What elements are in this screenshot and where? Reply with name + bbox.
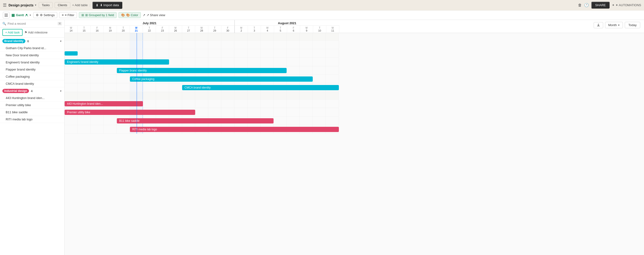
- automations-button[interactable]: ✦ ✦ AUTOMATIONS: [612, 3, 641, 7]
- add-task-button[interactable]: + Add task: [2, 29, 22, 36]
- list-item[interactable]: Coffee packaging: [0, 73, 64, 80]
- gantt-bar[interactable]: B11 bike saddle: [117, 118, 274, 124]
- history-icon[interactable]: 🕐: [584, 3, 589, 7]
- sidebar: 🔍 ⌘ + Add task ⚑ Add milestone Brand ide…: [0, 20, 64, 255]
- import-icon: ⬇: [96, 3, 98, 7]
- day-cell-14: W14: [64, 26, 78, 33]
- industrial-design-collapse-arrow: ▼: [60, 90, 62, 92]
- day-cell-11: W11: [326, 26, 339, 33]
- download-icon-button[interactable]: [594, 22, 603, 28]
- search-icon: 🔍: [2, 22, 6, 26]
- share-view-label: ↗ Share view: [146, 13, 165, 17]
- day-cell-10: T10: [313, 26, 326, 33]
- gantt-task-row: Coffee packaging: [64, 75, 339, 83]
- gantt-task-row: B11 bike saddle: [64, 116, 339, 125]
- gantt-task-row: CMCA brand identity: [64, 83, 339, 92]
- august-days-row: M2T3W4T5F6M9T10W11: [235, 26, 339, 33]
- list-item[interactable]: EngineerU brand identity: [0, 59, 64, 66]
- color-button[interactable]: 🎨 🎨 Color: [118, 12, 141, 18]
- svg-rect-1: [4, 15, 8, 16]
- list-item[interactable]: CMCA brand identity: [0, 80, 64, 87]
- day-cell-9: M9: [300, 26, 313, 33]
- separator: |: [90, 3, 90, 7]
- gantt-bar[interactable]: EngineerU brand identity: [64, 59, 169, 64]
- day-cell-5: T5: [274, 26, 287, 33]
- gantt-bar[interactable]: CMCA brand identity: [182, 85, 339, 90]
- grouped-by-button[interactable]: ⊞ ⊞ Grouped by 1 field: [79, 12, 116, 18]
- today-button[interactable]: Today: [625, 22, 640, 28]
- gantt-icon: ▦: [12, 13, 15, 17]
- august-label: August 2021: [235, 20, 339, 26]
- gantt-task-row: 443 Huntington brand iden...: [64, 100, 339, 108]
- month-button[interactable]: Month ▼: [605, 22, 623, 28]
- project-title[interactable]: Design projects ▼: [8, 3, 37, 7]
- gantt-bar[interactable]: 443 Huntington brand iden...: [64, 101, 143, 106]
- top-right-controls: 🗑 🕐 SHARE ✦ ✦ AUTOMATIONS: [578, 2, 641, 8]
- color-label: 🎨 Color: [126, 13, 138, 17]
- list-item[interactable]: New Door brand identity: [0, 52, 64, 59]
- settings-button[interactable]: ⚙ ⚙ Settings: [33, 12, 58, 18]
- day-cell-6: F6: [287, 26, 300, 33]
- brand-identity-badge: Brand identity: [2, 39, 26, 43]
- list-item[interactable]: Flapper brand identity: [0, 66, 64, 73]
- gantt-task-row: Flapper brand identity: [64, 66, 339, 75]
- day-cell-26: M26: [169, 26, 182, 33]
- gantt-bar[interactable]: [64, 51, 78, 56]
- grouped-label: ⊞ Grouped by 1 field: [85, 13, 114, 17]
- share-button[interactable]: SHARE: [591, 2, 610, 8]
- gantt-task-row: [64, 49, 339, 58]
- top-bar: ☰ Design projects ▼ Tasks Clients + Add …: [0, 0, 644, 10]
- gantt-user-icon: [25, 14, 28, 16]
- gantt-bar[interactable]: RITI media lab logo: [130, 127, 339, 132]
- gantt-bar[interactable]: Premier utility bike: [64, 110, 195, 115]
- clients-tab[interactable]: Clients: [54, 2, 70, 8]
- day-cell-30: F30: [221, 26, 234, 33]
- july-label: July 2021: [64, 20, 234, 26]
- search-input[interactable]: [8, 22, 56, 26]
- add-table-button[interactable]: + Add table: [72, 3, 88, 7]
- list-item[interactable]: RITI media lab logo: [0, 116, 64, 123]
- gantt-bar[interactable]: Flapper brand identity: [117, 68, 286, 73]
- gantt-bar[interactable]: Coffee packaging: [130, 76, 313, 82]
- list-item[interactable]: Premier utility bike: [0, 102, 64, 109]
- industrial-design-badge: Industrial design: [2, 89, 29, 93]
- sidebar-toggle[interactable]: [3, 12, 10, 18]
- sidebar-list: Brand identity 6 ▼ Gotham City Parks bra…: [0, 38, 64, 255]
- day-cell-3: T3: [248, 26, 261, 33]
- group-header-brand-identity[interactable]: Brand identity 6 ▼: [0, 38, 64, 45]
- search-kbd: ⌘: [58, 22, 62, 26]
- auto-icon: ✦: [612, 3, 614, 7]
- tasks-tab[interactable]: Tasks: [39, 2, 53, 8]
- color-icon: 🎨: [121, 13, 125, 17]
- day-cell-20: T20: [117, 26, 130, 33]
- filter-button[interactable]: ≡ ≡ Filter: [59, 12, 77, 18]
- gantt-header: July 2021 W14T15F16M19T20W21T22F23M26T27…: [64, 20, 644, 33]
- gantt-view-button[interactable]: ▦ Gantt ▼: [12, 13, 31, 17]
- day-cell-23: F23: [156, 26, 169, 33]
- july-days-row: W14T15F16M19T20W21T22F23M26T27W28T29F30: [64, 26, 234, 33]
- share-view-button[interactable]: ↗ ↗ Share view: [143, 13, 165, 17]
- add-milestone-button[interactable]: ⚑ Add milestone: [24, 31, 48, 34]
- group-header-industrial-design[interactable]: Industrial design 4 ▼: [0, 87, 64, 94]
- day-cell-15: T15: [78, 26, 91, 33]
- gantt-task-row: Premier utility bike: [64, 108, 339, 116]
- gantt-label: Gantt: [16, 13, 24, 17]
- gantt-task-row: RITI media lab logo: [64, 125, 339, 134]
- svg-rect-0: [4, 14, 8, 14]
- import-data-button[interactable]: ⬇ ⬇ Import data: [92, 2, 122, 9]
- day-cell-22: T22: [143, 26, 156, 33]
- gantt-dropdown-arrow: ▼: [29, 14, 31, 16]
- list-item[interactable]: 443 Huntington brand iden...: [0, 94, 64, 102]
- gantt-task-row: [64, 40, 339, 49]
- menu-icon[interactable]: ☰: [3, 2, 7, 8]
- day-cell-21: W21: [130, 26, 143, 33]
- delete-icon[interactable]: 🗑: [578, 3, 582, 7]
- month-label: Month: [608, 23, 617, 27]
- download-icon: [597, 24, 600, 27]
- list-item[interactable]: B11 bike saddle: [0, 109, 64, 116]
- day-cell-28: W28: [195, 26, 208, 33]
- day-cell-19: M19: [104, 26, 117, 33]
- list-item[interactable]: Gotham City Parks brand id...: [0, 45, 64, 52]
- gantt-group-row: [64, 92, 339, 100]
- august-section: August 2021 M2T3W4T5F6M9T10W11: [235, 20, 339, 33]
